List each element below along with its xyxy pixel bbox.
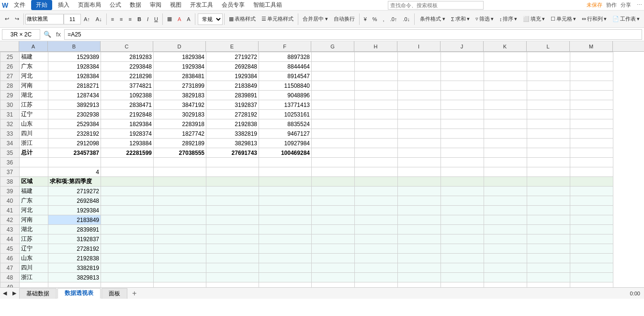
cell-49-4[interactable] — [206, 282, 259, 288]
cell-30-8[interactable] — [398, 100, 441, 110]
cell-28-12[interactable] — [570, 81, 613, 91]
cell-47-2[interactable] — [101, 263, 154, 273]
cell-41-9[interactable] — [441, 206, 484, 215]
cell-47-6[interactable] — [312, 263, 355, 273]
cell-38-11[interactable] — [527, 177, 570, 187]
cell-38-8[interactable] — [398, 177, 441, 187]
cell-33-10[interactable] — [484, 129, 527, 139]
cell-39-8[interactable] — [398, 187, 441, 196]
cell-48-7[interactable] — [355, 273, 398, 282]
cell-25-1[interactable]: 1529389 — [48, 52, 101, 62]
cell-31-11[interactable] — [527, 110, 570, 119]
cell-30-7[interactable] — [355, 100, 398, 110]
cell-45-3[interactable] — [154, 244, 206, 254]
cell-31-1[interactable]: 2302938 — [48, 110, 101, 119]
menu-data[interactable]: 数据 — [127, 0, 144, 10]
cell-42-3[interactable] — [154, 215, 206, 225]
cell-27-9[interactable] — [441, 71, 484, 81]
cell-29-11[interactable] — [527, 91, 570, 100]
cell-35-1[interactable]: 23457387 — [48, 148, 101, 158]
cell-48-1[interactable]: 3829813 — [48, 273, 101, 282]
row-header-35[interactable]: 35 — [0, 148, 20, 158]
cell-48-6[interactable] — [312, 273, 355, 282]
cell-28-8[interactable] — [398, 81, 441, 91]
row-header-32[interactable]: 32 — [0, 119, 20, 129]
merge-btn[interactable]: 合并居中 ▾ — [300, 14, 331, 24]
cell-36-7[interactable] — [355, 158, 398, 167]
row-header-49[interactable]: 49 — [0, 282, 20, 288]
cell-26-11[interactable] — [527, 62, 570, 71]
cell-44-5[interactable] — [259, 234, 312, 244]
font-shrink-btn[interactable]: A↓ — [93, 15, 105, 23]
cell-42-11[interactable] — [527, 215, 570, 225]
cell-31-4[interactable]: 2728192 — [206, 110, 259, 119]
cell-31-5[interactable]: 10253161 — [259, 110, 312, 119]
cell-28-2[interactable]: 3774821 — [101, 81, 154, 91]
cell-39-11[interactable] — [527, 187, 570, 196]
cell-36-5[interactable] — [259, 158, 312, 167]
cell-49-6[interactable] — [312, 282, 355, 288]
cell-34-2[interactable]: 1293884 — [101, 139, 154, 148]
cell-29-4[interactable]: 2839891 — [206, 91, 259, 100]
row-header-26[interactable]: 26 — [0, 62, 20, 71]
cell-25-8[interactable] — [398, 52, 441, 62]
cell-31-6[interactable] — [312, 110, 355, 119]
cell-34-0[interactable]: 浙江 — [20, 139, 48, 148]
cell-29-2[interactable]: 1092388 — [101, 91, 154, 100]
col-header-g[interactable]: G — [311, 41, 354, 51]
cell-48-0[interactable]: 浙江 — [20, 273, 48, 282]
row-header-41[interactable]: 41 — [0, 206, 20, 215]
cell-33-5[interactable]: 9467127 — [259, 129, 312, 139]
cell-28-10[interactable] — [484, 81, 527, 91]
cell-28-11[interactable] — [527, 81, 570, 91]
menu-member[interactable]: 会员专享 — [219, 0, 248, 10]
cell-38-6[interactable] — [312, 177, 355, 187]
row-header-28[interactable]: 28 — [0, 81, 20, 91]
cell-35-6[interactable] — [312, 148, 355, 158]
font-color-btn[interactable]: A — [184, 15, 193, 23]
cell-36-11[interactable] — [527, 158, 570, 167]
cell-45-12[interactable] — [570, 244, 613, 254]
fill-color-btn[interactable]: A — [175, 15, 184, 23]
cell-25-0[interactable]: 福建 — [20, 52, 48, 62]
cell-46-12[interactable] — [570, 254, 613, 263]
cell-40-2[interactable] — [101, 196, 154, 206]
col-header-k[interactable]: K — [484, 41, 527, 51]
cell-38-3[interactable] — [154, 177, 206, 187]
cell-49-0[interactable] — [20, 282, 48, 288]
cell-45-5[interactable] — [259, 244, 312, 254]
row-header-46[interactable]: 46 — [0, 254, 20, 263]
cell-49-2[interactable] — [101, 282, 154, 288]
currency-btn[interactable]: ¥ — [361, 15, 370, 23]
cell-41-10[interactable] — [484, 206, 527, 215]
cell-33-12[interactable] — [570, 129, 613, 139]
row-header-25[interactable]: 25 — [0, 52, 20, 62]
cell-35-4[interactable]: 27691743 — [206, 148, 259, 158]
cell-41-0[interactable]: 河北 — [20, 206, 48, 215]
cell-30-5[interactable]: 13771413 — [259, 100, 312, 110]
cell-36-4[interactable] — [206, 158, 259, 167]
col-header-h[interactable]: H — [354, 41, 397, 51]
cell-46-8[interactable] — [398, 254, 441, 263]
search-input[interactable] — [388, 1, 484, 10]
cell-36-10[interactable] — [484, 158, 527, 167]
cell-26-6[interactable] — [312, 62, 355, 71]
cell-43-12[interactable] — [570, 225, 613, 234]
cell-30-10[interactable] — [484, 100, 527, 110]
cell-38-12[interactable] — [570, 177, 613, 187]
cell-40-3[interactable] — [154, 196, 206, 206]
cell-25-12[interactable] — [570, 52, 613, 62]
sheet-tab-面板[interactable]: 面板 — [102, 288, 127, 299]
cell-32-11[interactable] — [527, 119, 570, 129]
cell-ref-input[interactable] — [2, 29, 40, 40]
cell-31-10[interactable] — [484, 110, 527, 119]
cell-39-0[interactable]: 福建 — [20, 187, 48, 196]
cell-36-2[interactable] — [101, 158, 154, 167]
border-btn[interactable]: ▦ — [164, 14, 175, 23]
row-header-30[interactable]: 30 — [0, 100, 20, 110]
cell-39-6[interactable] — [312, 187, 355, 196]
fill-btn[interactable]: ⬜ 填充▾ — [520, 14, 548, 24]
cell-43-11[interactable] — [527, 225, 570, 234]
cell-39-10[interactable] — [484, 187, 527, 196]
cell-33-4[interactable]: 3382819 — [206, 129, 259, 139]
